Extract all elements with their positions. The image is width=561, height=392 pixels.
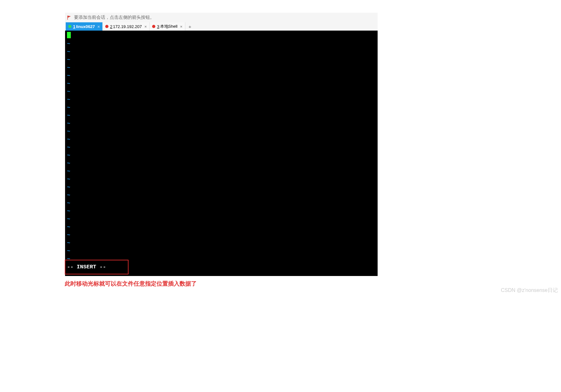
- tab-local-shell[interactable]: 3 本地Shell ×: [150, 22, 185, 31]
- tilde-line: ~: [67, 247, 376, 255]
- status-dot-icon: [105, 25, 108, 28]
- tab-number: 1: [73, 24, 75, 29]
- vim-mode-line: -- INSERT --: [67, 263, 376, 271]
- tilde-line: ~: [67, 135, 376, 143]
- tilde-line: ~: [67, 199, 376, 207]
- annotation-caption: 此时移动光标就可以在文件任意指定位置插入数据了: [65, 280, 197, 287]
- tilde-line: ~: [67, 72, 376, 80]
- tilde-line: ~: [67, 64, 376, 72]
- tilde-line: ~: [67, 112, 376, 120]
- tab-label: linux0627: [76, 24, 95, 29]
- tilde-line: ~: [67, 40, 376, 48]
- cursor-icon: [67, 32, 71, 38]
- tilde-line: ~: [67, 239, 376, 247]
- hint-bar: 要添加当前会话，点击左侧的箭头按钮。: [65, 13, 378, 22]
- tilde-line: ~: [67, 167, 376, 175]
- tab-linux0627[interactable]: 1 linux0627 ×: [66, 22, 103, 31]
- close-icon[interactable]: ×: [180, 24, 182, 29]
- status-dot-icon: [152, 25, 155, 28]
- tab-strip: 1 linux0627 × 2 172.19.192.207 × 3 本地She…: [65, 22, 378, 31]
- tilde-line: ~: [67, 255, 376, 263]
- add-tab-button[interactable]: +: [185, 22, 195, 31]
- watermark-text: CSDN @z'nonsense日记: [501, 287, 558, 294]
- tilde-line: ~: [67, 104, 376, 112]
- tab-number: 3: [157, 24, 159, 29]
- tilde-line: ~: [67, 48, 376, 56]
- close-icon[interactable]: ×: [144, 24, 147, 29]
- status-dot-icon: [68, 25, 71, 28]
- tilde-line: ~: [67, 143, 376, 151]
- tilde-line: ~: [67, 223, 376, 231]
- tilde-line: ~: [67, 207, 376, 215]
- tilde-line: ~: [67, 231, 376, 239]
- close-icon[interactable]: ×: [98, 24, 100, 29]
- tilde-line: ~: [67, 191, 376, 199]
- tilde-line: ~: [67, 215, 376, 223]
- tab-number: 2: [110, 24, 112, 29]
- tilde-line: ~: [67, 80, 376, 88]
- tilde-line: ~: [67, 88, 376, 96]
- tab-ip-session[interactable]: 2 172.19.192.207 ×: [103, 22, 150, 31]
- hint-text: 要添加当前会话，点击左侧的箭头按钮。: [74, 15, 154, 20]
- tilde-line: ~: [67, 175, 376, 183]
- tilde-line: ~: [67, 56, 376, 64]
- tilde-line: ~: [67, 151, 376, 159]
- tab-label: 172.19.192.207: [113, 24, 142, 29]
- terminal-app-window: 要添加当前会话，点击左侧的箭头按钮。 1 linux0627 × 2 172.1…: [65, 13, 378, 276]
- tilde-line: ~: [67, 96, 376, 104]
- tilde-line: ~: [67, 183, 376, 191]
- tilde-line: ~: [67, 120, 376, 127]
- terminal-view[interactable]: ~~~~~~~~~~~~~~~~~~~~~~~~~~~~ -- INSERT -…: [65, 31, 378, 276]
- terminal-first-line: [67, 32, 376, 40]
- tab-label: 本地Shell: [160, 24, 178, 29]
- tilde-line: ~: [67, 159, 376, 167]
- flag-icon: [67, 15, 72, 20]
- tilde-line: ~: [67, 127, 376, 135]
